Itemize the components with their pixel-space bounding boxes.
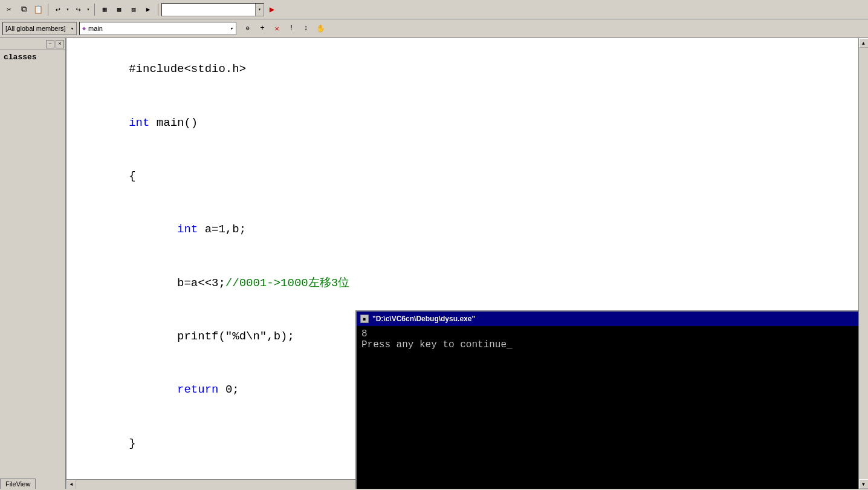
- execute-button[interactable]: ▶: [265, 3, 279, 16]
- toolbar-row1: ✂ ⧉ 📋 ↩ ▾ ↪ ▾ ▦ ▩ ▨ ▶ ▾ ▶: [0, 0, 868, 19]
- sidebar-minimize-button[interactable]: −: [46, 40, 54, 48]
- code-var-decl: a=1,b;: [205, 223, 246, 236]
- func-dropdown[interactable]: ◆ main ▾: [79, 22, 236, 35]
- code-line-5: b=a<<3;//0001->1000左移3位: [74, 256, 851, 310]
- build-button[interactable]: ▩: [112, 3, 126, 16]
- console-output-1: 8: [361, 328, 858, 339]
- toolbar-row2: [All global members] ▾ ◆ main ▾ ⚙ + ✕ ! …: [0, 19, 868, 38]
- separator2: [94, 4, 95, 16]
- vscroll-track[interactable]: [859, 48, 869, 479]
- cut-button[interactable]: ✂: [2, 3, 16, 16]
- sort-button[interactable]: ↕: [299, 22, 313, 35]
- sidebar-header: − ×: [0, 38, 65, 50]
- code-int-kw2: int: [177, 223, 205, 236]
- console-output-2: Press any key to continue_: [361, 339, 858, 350]
- bottom-tabs: FileView: [0, 474, 66, 489]
- paste-button[interactable]: 📋: [31, 3, 45, 16]
- hand-button[interactable]: ✋: [314, 22, 327, 35]
- rebuild-button[interactable]: ▨: [127, 3, 140, 16]
- code-line-4: int a=1,b;: [74, 203, 851, 256]
- code-editor[interactable]: #include<stdio.h> int main() { int a=1,b…: [66, 38, 858, 489]
- code-printf: printf("%d\n",b);: [129, 330, 294, 343]
- func-arrow[interactable]: ▾: [230, 25, 233, 32]
- console-window: ■ "D:\c\VC6cn\Debug\dysu.exe" 8 Press an…: [355, 310, 858, 489]
- code-line-3: {: [74, 150, 851, 203]
- func-label: main: [88, 25, 103, 32]
- scope-arrow[interactable]: ▾: [71, 25, 74, 32]
- vscrollbar: ▲ ▼: [858, 38, 868, 489]
- hscroll-left-button[interactable]: ◄: [66, 480, 76, 489]
- code-comment: //0001->1000左移3位: [225, 276, 349, 290]
- fileview-tab[interactable]: FileView: [0, 479, 36, 489]
- code-indent1: [129, 223, 177, 236]
- code-indent2: [129, 383, 177, 396]
- sidebar-content: classes: [0, 50, 65, 64]
- run-button[interactable]: ▶: [141, 3, 155, 16]
- delete-button[interactable]: ✕: [270, 22, 283, 35]
- console-body: 8 Press any key to continue_: [357, 326, 858, 489]
- code-shift-expr: b=a<<3;: [129, 276, 225, 290]
- sidebar: − × classes FileView: [0, 38, 66, 489]
- command-input[interactable]: [162, 4, 255, 16]
- scope-label: [All global members]: [5, 25, 66, 32]
- row2-right-icons: ⚙ + ✕ ! ↕ ✋: [241, 22, 327, 35]
- undo-button[interactable]: ↩: [51, 3, 65, 16]
- console-icon: ■: [360, 315, 369, 323]
- code-line-1: #include<stdio.h>: [74, 43, 851, 96]
- sidebar-classes-tab[interactable]: classes: [1, 51, 64, 63]
- code-brace-open: {: [129, 169, 135, 183]
- diamond-icon: ◆: [82, 25, 86, 32]
- separator3: [158, 4, 158, 16]
- warning-button[interactable]: !: [285, 22, 298, 35]
- copy-button[interactable]: ⧉: [17, 3, 30, 16]
- console-title: "D:\c\VC6cn\Debug\dysu.exe": [372, 315, 475, 323]
- code-brace-close: }: [129, 437, 135, 450]
- command-dropdown-arrow[interactable]: ▾: [255, 4, 264, 16]
- undo-dropdown-arrow[interactable]: ▾: [65, 3, 71, 16]
- scope-dropdown[interactable]: [All global members] ▾: [2, 22, 77, 35]
- separator1: [48, 4, 48, 16]
- main-area: − × classes FileView #include<stdio.h> i…: [0, 38, 868, 489]
- code-include: #include<stdio.h>: [129, 62, 246, 76]
- redo-group: ↪ ▾: [72, 3, 91, 16]
- code-int-kw1: int: [129, 116, 157, 129]
- sidebar-close-button[interactable]: ×: [56, 40, 64, 48]
- compile-button[interactable]: ▦: [98, 3, 111, 16]
- command-input-container: ▾: [161, 3, 264, 16]
- classwizard-button[interactable]: ⚙: [241, 22, 254, 35]
- code-return-kw: return: [177, 383, 225, 396]
- redo-button[interactable]: ↪: [72, 3, 85, 16]
- console-titlebar: ■ "D:\c\VC6cn\Debug\dysu.exe": [357, 312, 858, 326]
- code-main-func: main(): [157, 116, 198, 129]
- vscroll-down-button[interactable]: ▼: [859, 479, 869, 489]
- code-return-val: 0;: [225, 383, 239, 396]
- add-member-button[interactable]: +: [256, 22, 269, 35]
- code-line-2: int main(): [74, 96, 851, 149]
- vscroll-up-button[interactable]: ▲: [859, 38, 869, 48]
- redo-dropdown-arrow[interactable]: ▾: [85, 3, 91, 16]
- undo-group: ↩ ▾: [51, 3, 71, 16]
- toolbar-area: ✂ ⧉ 📋 ↩ ▾ ↪ ▾ ▦ ▩ ▨ ▶ ▾ ▶: [0, 0, 868, 38]
